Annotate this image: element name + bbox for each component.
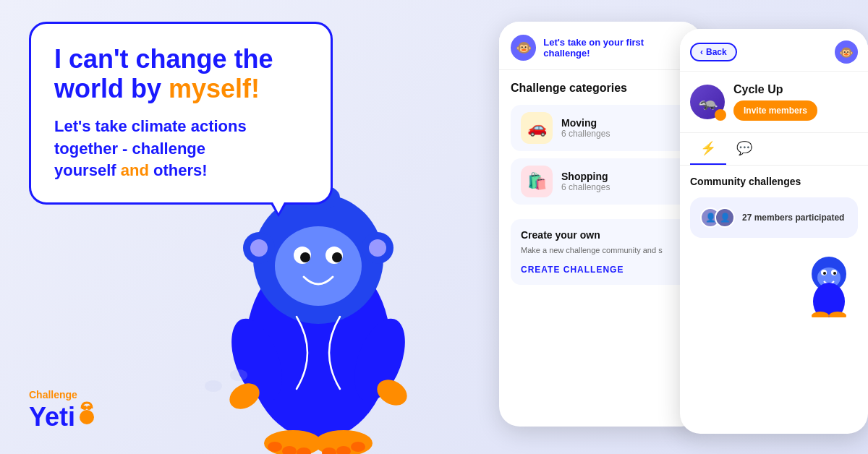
create-challenge-button[interactable]: CREATE CHALLENGE <box>521 265 680 275</box>
cycle-up-info: Cycle Up Invite members <box>733 83 817 121</box>
svg-point-8 <box>250 239 268 257</box>
cycle-avatar-badge <box>715 109 726 121</box>
right-section: 🐵 Let's take on your first challenge! Ch… <box>492 0 868 454</box>
phone-header-text: Let's take on your first challenge! <box>543 37 690 59</box>
title-line1: I can't change the <box>54 44 273 74</box>
back-button-label: Back <box>706 47 727 57</box>
logo-area: Challenge Yeti <box>29 389 94 432</box>
title-world: world <box>54 74 124 103</box>
category-shopping-count: 6 challenges <box>561 182 610 192</box>
svg-point-23 <box>351 442 365 452</box>
title-myself: myself! <box>169 74 260 103</box>
categories-title: Challenge categories <box>511 82 690 95</box>
logo-yeti-row: Yeti <box>29 402 94 432</box>
invite-members-button[interactable]: Invite members <box>733 100 817 121</box>
subtitle-and: and <box>121 161 149 179</box>
svg-point-2 <box>275 226 362 306</box>
phone-front-header: ‹ Back 🐵 <box>680 29 868 72</box>
footprints <box>203 364 260 411</box>
main-container: I can't change the world by myself! Let'… <box>0 0 868 454</box>
back-button[interactable]: ‹ Back <box>690 43 737 61</box>
svg-point-33 <box>833 272 836 275</box>
participants-avatars: 👤 👤 <box>700 207 735 228</box>
cycle-up-name: Cycle Up <box>733 83 817 96</box>
svg-point-18 <box>268 442 282 452</box>
phone-back-header: 🐵 Let's take on your first challenge! <box>499 22 702 70</box>
svg-point-5 <box>300 252 310 262</box>
cycle-up-section: 🦡 Cycle Up Invite members <box>680 72 868 133</box>
bubble-subtitle: Let's take climate actionstogether - cha… <box>54 116 307 182</box>
phone-back-content: Challenge categories 🚗 Moving 6 challeng… <box>499 70 702 296</box>
create-own-desc: Make a new challenge community and s <box>521 245 680 256</box>
logo-yeti-text: Yeti <box>29 402 75 432</box>
speech-bubble: I can't change the world by myself! Let'… <box>29 22 333 205</box>
category-item-shopping[interactable]: 🛍️ Shopping 6 challenges <box>511 158 690 205</box>
category-shopping-info: Shopping 6 challenges <box>561 171 610 192</box>
community-section: Community challenges 👤 👤 27 members part… <box>680 166 868 327</box>
community-title: Community challenges <box>690 176 858 187</box>
tab-chat[interactable]: 💬 <box>726 133 762 165</box>
category-moving-info: Moving 6 challenges <box>561 117 610 139</box>
svg-point-24 <box>205 380 222 392</box>
category-shopping-name: Shopping <box>561 171 610 182</box>
shopping-icon-box: 🛍️ <box>521 166 553 197</box>
participated-card: 👤 👤 27 members participated <box>690 197 858 238</box>
svg-point-27 <box>87 406 91 410</box>
svg-point-26 <box>82 406 87 410</box>
category-moving-count: 6 challenges <box>561 129 610 139</box>
mini-yeti-icon <box>800 252 858 317</box>
back-chevron-icon: ‹ <box>700 47 703 57</box>
logo-dot-icon <box>80 410 94 424</box>
phone-front: ‹ Back 🐵 🦡 Cycle Up Invite members ⚡ 💬 <box>680 29 868 434</box>
bubble-title: I can't change the world by myself! <box>54 44 307 104</box>
phone-avatar-small: 🐵 <box>511 35 536 61</box>
cycle-avatar: 🦡 <box>690 85 725 119</box>
category-item-moving[interactable]: 🚗 Moving 6 challenges <box>511 105 690 151</box>
left-section: I can't change the world by myself! Let'… <box>0 0 492 454</box>
phone-tabs: ⚡ 💬 <box>680 133 868 166</box>
svg-point-6 <box>332 252 342 262</box>
participant-avatar-2: 👤 <box>715 207 735 228</box>
phone-back: 🐵 Let's take on your first challenge! Ch… <box>499 22 702 427</box>
tab-lightning[interactable]: ⚡ <box>690 133 726 165</box>
create-own-title: Create your own <box>521 229 680 241</box>
participated-text: 27 members participated <box>742 213 844 223</box>
svg-point-25 <box>230 369 247 381</box>
title-by: by <box>124 74 169 103</box>
moving-icon-box: 🚗 <box>521 112 553 144</box>
phone-front-avatar: 🐵 <box>835 40 858 64</box>
category-moving-name: Moving <box>561 117 610 129</box>
svg-point-10 <box>369 239 386 257</box>
svg-point-32 <box>823 272 826 275</box>
logo-challenge: Challenge <box>29 389 77 401</box>
create-own-section: Create your own Make a new challenge com… <box>511 219 690 285</box>
